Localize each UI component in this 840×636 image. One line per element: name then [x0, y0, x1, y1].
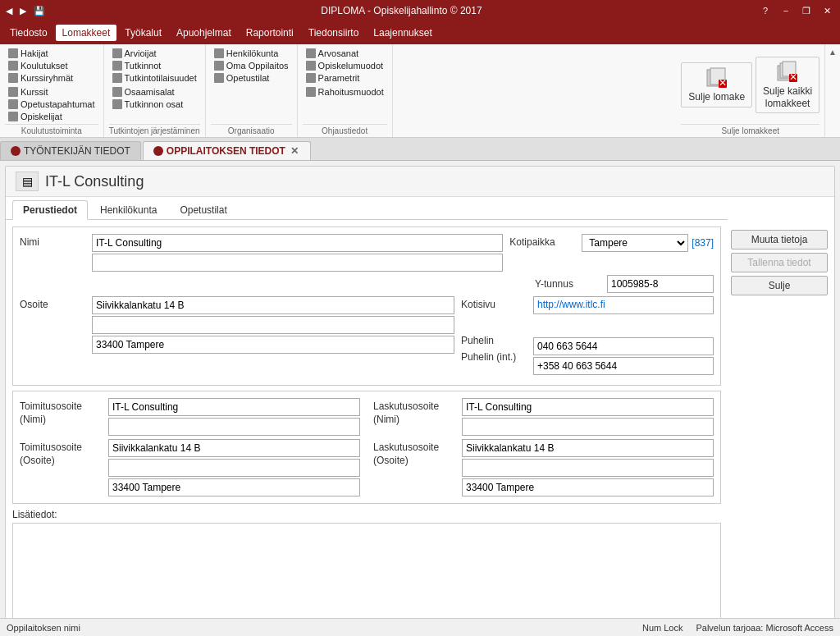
- tallenna-tiedot-button[interactable]: Tallenna tiedot: [731, 253, 828, 272]
- laskutusosoite-nimi-label: Laskutusosoite(Nimi): [373, 398, 455, 426]
- ribbon-btn-tutkintotilaisuudet[interactable]: Tutkintotilaisuudet: [109, 72, 200, 84]
- form-header-icon: ▤: [16, 172, 39, 191]
- ribbon-btn-tutkinnon-osat[interactable]: Tutkinnon osat: [109, 98, 200, 110]
- doc-tab-tyontekija[interactable]: TYÖNTEKIJÄN TIEDOT: [0, 141, 141, 160]
- osoite-input3[interactable]: [92, 336, 454, 354]
- ribbon-btn-osaamisalat[interactable]: Osaamisalat: [109, 86, 200, 98]
- muuta-tietoja-button[interactable]: Muuta tietoja: [731, 230, 828, 249]
- inner-tabs: Perustiedot Henkilökunta Opetustilat: [6, 197, 728, 220]
- ribbon-btn-arvosanat[interactable]: Arvosanat: [303, 48, 387, 59]
- close-button[interactable]: ✕: [817, 2, 837, 19]
- ribbon-btn-kurssit[interactable]: Kurssit: [5, 86, 98, 98]
- kotisivu-link[interactable]: http://www.itlc.fi: [533, 296, 714, 314]
- menu-tyokalut[interactable]: Työkalut: [118, 25, 168, 41]
- ribbon-btn-kurssirymat[interactable]: Kurssiryhmät: [5, 72, 98, 84]
- lisatiedot-label: Lisätiedot:: [12, 509, 721, 520]
- forward-button[interactable]: ▶: [17, 5, 29, 17]
- menu-tiedosto[interactable]: Tiedosto: [3, 25, 54, 41]
- window-controls: ? − ❐ ✕: [756, 2, 837, 19]
- ribbon-btn-opiskelijat[interactable]: Opiskelijat: [5, 111, 98, 122]
- menu-apuohjelmat[interactable]: Apuohjelmat: [170, 25, 238, 41]
- laskutusosoite-osoite-input3[interactable]: [462, 478, 714, 496]
- form-title: IT-L Consulting: [45, 173, 144, 190]
- sulje-lomake-label: Sulje lomake: [688, 91, 745, 103]
- menu-tiedonsiirto[interactable]: Tiedonsiirto: [302, 25, 366, 41]
- ytunnus-row: Y-tunnus: [20, 275, 714, 293]
- sulje-kaikki-label: Sulje kaikki lomakkeet: [763, 85, 812, 109]
- toimitusosoite-osoite-input3[interactable]: [108, 478, 360, 496]
- ribbon-btn-koulutukset[interactable]: Koulutukset: [5, 60, 98, 71]
- inner-tab-henkilokunta[interactable]: Henkilökunta: [89, 200, 167, 219]
- title-bar-text: DIPLOMA - Opiskelijahallinto © 2017: [48, 5, 756, 16]
- laskutusosoite-osoite-input1[interactable]: [462, 439, 714, 457]
- laskutusosoite-nimi-input2[interactable]: [462, 418, 714, 436]
- laskutusosoite-osoite-label: Laskutusosoite(Osoite): [373, 439, 455, 467]
- menu-lomakkeet[interactable]: Lomakkeet: [56, 25, 117, 41]
- form-fields: Nimi Kotipaikka Tampere [837]: [6, 220, 728, 618]
- osoite-label: Osoite: [20, 296, 85, 310]
- menu-laajennukset[interactable]: Laajennukset: [367, 25, 438, 41]
- section-addresses: Toimitusosoite(Nimi) Toimitusosoite(Osoi…: [12, 391, 721, 504]
- ribbon-btn-oma-oppilaitos[interactable]: Oma Oppilaitos: [211, 60, 292, 71]
- menu-bar: Tiedosto Lomakkeet Työkalut Apuohjelmat …: [0, 21, 840, 44]
- ribbon: Hakijat Koulutukset Kurssiryhmät Kurssit…: [0, 44, 840, 138]
- tab-icon-tyontekija: [11, 146, 21, 156]
- ribbon-btn-arvioijat[interactable]: Arvioijat: [109, 48, 200, 59]
- ribbon-btn-hakijat[interactable]: Hakijat: [5, 48, 98, 59]
- ribbon-collapse[interactable]: ▲: [825, 46, 840, 58]
- toimitusosoite-osoite-input2[interactable]: [108, 459, 360, 477]
- form-container: ▤ IT-L Consulting Perustiedot Henkilökun…: [5, 166, 835, 618]
- status-right: Num Lock Palvelun tarjoaa: Microsoft Acc…: [642, 623, 833, 633]
- tab-icon-oppilaitos: [153, 146, 163, 156]
- inner-tab-opetustilat[interactable]: Opetustilat: [169, 200, 237, 219]
- puhelin-input[interactable]: [533, 337, 714, 355]
- sulje-form-button[interactable]: Sulje: [731, 276, 828, 295]
- svg-text:✕: ✕: [789, 71, 797, 83]
- lisatiedot-textarea[interactable]: [12, 523, 721, 618]
- restore-button[interactable]: ❐: [797, 2, 816, 19]
- ytunnus-input[interactable]: [607, 275, 714, 293]
- kotipaikka-label: Kotipaikka: [509, 234, 575, 248]
- kotipaikka-select[interactable]: Tampere: [582, 234, 688, 252]
- puhelin-int-input[interactable]: [533, 357, 714, 375]
- back-button[interactable]: ◀: [3, 5, 15, 17]
- menu-raportointi[interactable]: Raportointi: [240, 25, 300, 41]
- ribbon-btn-opetustapahtumat[interactable]: Opetustapahtumat: [5, 98, 98, 110]
- save-quick-button[interactable]: 💾: [31, 5, 48, 17]
- osoite-input2[interactable]: [92, 316, 454, 334]
- ribbon-group-ohjaustiedot: Arvosanat Opiskelumuodot Parametrit Raho…: [298, 44, 393, 137]
- sulje-kaikki-button[interactable]: ✕ Sulje kaikki lomakkeet: [756, 57, 819, 113]
- svg-text:✕: ✕: [719, 77, 727, 89]
- tab-label-oppilaitos: OPPILAITOKSEN TIEDOT: [167, 145, 285, 157]
- nimi-input2[interactable]: [92, 254, 503, 272]
- status-left: Oppilaitoksen nimi: [7, 623, 80, 633]
- ribbon-btn-parametrit[interactable]: Parametrit: [303, 72, 387, 84]
- nimi-label: Nimi: [20, 234, 85, 248]
- nimi-input1[interactable]: [92, 234, 503, 252]
- puhelin-label: Puhelin: [461, 335, 527, 346]
- ribbon-group-koulutustoiminta: Hakijat Koulutukset Kurssiryhmät Kurssit…: [0, 44, 104, 137]
- help-button[interactable]: ?: [756, 2, 775, 19]
- status-numlock: Num Lock: [642, 623, 683, 633]
- minimize-button[interactable]: −: [776, 2, 796, 19]
- toimitusosoite-nimi-input2[interactable]: [108, 418, 360, 436]
- toimitusosoite-nimi-input1[interactable]: [108, 398, 360, 416]
- doc-tab-oppilaitos[interactable]: OPPILAITOKSEN TIEDOT ✕: [143, 141, 311, 160]
- ribbon-btn-opiskelumuodot[interactable]: Opiskelumuodot: [303, 60, 387, 71]
- tab-close-oppilaitos[interactable]: ✕: [289, 145, 300, 157]
- kotipaikka-num[interactable]: [837]: [692, 237, 714, 249]
- laskutusosoite-nimi-input1[interactable]: [462, 398, 714, 416]
- ribbon-btn-henkilokunta[interactable]: Henkilökunta: [211, 48, 292, 59]
- inner-tab-perustiedot[interactable]: Perustiedot: [12, 200, 88, 220]
- ribbon-btn-opetustilat[interactable]: Opetustilat: [211, 72, 292, 84]
- status-bar: Oppilaitoksen nimi Num Lock Palvelun tar…: [0, 618, 840, 636]
- ribbon-btn-tutkinnot[interactable]: Tutkinnot: [109, 60, 200, 71]
- laskutusosoite-osoite-input2[interactable]: [462, 459, 714, 477]
- toimitusosoite-osoite-input1[interactable]: [108, 439, 360, 457]
- laskutusosoite-col: Laskutusosoite(Nimi) Laskutusosoite(Osoi…: [373, 398, 714, 496]
- toimitusosoite-nimi-label: Toimitusosoite(Nimi): [20, 398, 102, 426]
- ribbon-btn-rahoitusmuodot[interactable]: Rahoitusmuodot: [303, 86, 387, 98]
- osoite-row: Osoite Kotisivu Puhelin Puhelin (int.): [20, 296, 714, 375]
- osoite-input1[interactable]: [92, 296, 454, 314]
- sulje-lomake-button[interactable]: ✕ Sulje lomake: [681, 62, 752, 107]
